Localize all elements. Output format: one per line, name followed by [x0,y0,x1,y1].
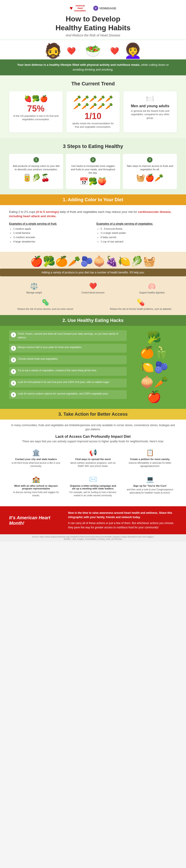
footer-right: Now is the time to raise awareness aroun… [68,511,177,530]
benefit-bp: ❤️ Control blood pressure [63,282,123,294]
action-text-3: improve affordability or advocate for be… [125,461,175,468]
benefit-chronic: 💊 Reduce the risk of chronic health prob… [100,299,181,310]
illustration-row: 🧔 ❤️ 🥗 ❤️ 👩‍🦱 [0,40,186,59]
benefit-weight: ⚖️ Manage weight [5,282,63,294]
step-text-1: Add products of varying colors to your d… [12,164,60,172]
benefit-cancer-label: Reduce the risk of some cancers, such as… [6,308,85,310]
chronic-icon: 💊 [101,299,180,306]
venngage-icon: V [93,6,98,11]
benefit-digestion-label: Support healthy digestion [124,291,180,294]
step-card-1: 1 Add products of varying colors to your… [9,154,63,189]
footer-main-text: Now is the time to raise awareness aroun… [68,511,177,520]
hack-item-6: 6 Look for low/no-sodium options for can… [9,390,127,399]
trend-cards: 🍓🥦🍎 75% of the US population is low in i… [9,91,177,132]
basket-illustration: 🍎🥦🍊🥕🫐🧅🍇🍋🥬🧺 Adding a variety of produce t… [0,252,186,278]
step-text-3: Take steps to improve access to fruits a… [126,164,174,172]
trend-title: The Current Trend [9,81,177,87]
action-icon-6: 💻 [125,475,175,483]
veg-title: Examples of a single serving of vegetabl… [97,222,177,225]
section-2-body: 1 Fresh, frozen, canned and dried all co… [0,326,186,409]
action-card-5: ✉️ Organize a letter-writing campaign an… [66,473,120,499]
action-card-3: 📋 Create a petition for more variety, im… [123,446,177,470]
action-title-6: Sign up for 'You're the Cure' [125,485,175,487]
section-3-body: In many communities, fruits and vegetabl… [0,420,186,506]
veg-item-3: 6 baby carrots [101,235,177,240]
footer-title-text: It's American Heart Month! [9,515,50,526]
trend-label-3: Men and young adults [127,104,173,108]
benefits-row-2: 🦠 Reduce the risk of some cancers, such … [0,297,186,315]
benefit-chronic-label: Reduce the risk of chronic health proble… [101,308,180,310]
page-subtitle: And Reduce the Risk of Heart Disease [9,33,177,37]
aha-heart-icon: ♥ [70,5,73,11]
hack-text-4: Try to eat a variety of vegetables, inst… [18,369,97,372]
source-text: Source: https://www.ahajournalsoline.org… [32,536,154,540]
venngage-logo: V VENNGAGE [93,6,116,11]
section-1-title: 1. Adding Color to Your Diet [63,197,123,202]
cancer-icon: 🦠 [6,299,85,306]
action-text-4: to discuss serving more fruits and veggi… [11,491,61,497]
page-title: How to DevelopHealthy Eating Habits [9,14,177,32]
fruit-examples: Examples of a single serving of fruit: 1… [9,222,89,244]
hack-num-2: 2 [11,346,16,351]
step-img-1: 🥫🥬🍒 [12,174,60,182]
hack-item-3: 3 Choose whole fruits and vegetables. [9,355,127,364]
footer: It's American Heart Month! Now is the ti… [0,506,186,534]
steps-title: 3 Steps to Eating Healthy [9,144,177,149]
header: ♥ AmericanHeartAssociation. V VENNGAGE H… [0,0,186,40]
hack-text-1: Fresh, frozen, canned and dried all coun… [18,332,125,339]
veg-item-2: ½ a large sweet potato [101,231,177,235]
aha-logo: ♥ AmericanHeartAssociation. [70,5,86,12]
character-man: 🧔 [44,42,62,59]
hack-num-6: 6 [11,392,16,397]
lack-title: Lack of Access Can Profoundly Impact Die… [9,435,177,439]
trend-card-3: 🍽️ Men and young adults in general eat t… [123,91,177,132]
action-card-1: 🏛️ Contact your city and state leaders t… [9,446,63,470]
benefit-weight-label: Manage weight [6,291,62,294]
hack-text-5: Look for fruit packed in its own fruit j… [18,380,110,384]
benefit-digestion: 🫁 Support healthy digestion [123,282,181,294]
hacks-image: 🥦🍊🫑🍋🫐🧅🥕🍎 [131,330,177,404]
benefits-intro-text: Adding a variety of produce to your diet… [0,269,186,276]
footer-note-text: It can carry all of these actions or jus… [68,521,177,530]
action-text-6: and then send a note to your Congressper… [125,488,175,494]
benefit-cancer: 🦠 Reduce the risk of some cancers, such … [5,299,86,310]
action-icon-1: 🏛️ [11,449,61,457]
lack-subtitle: There are ways that you can actively sup… [9,440,177,443]
trend-icon-3: 🍽️ [127,95,173,102]
section-1-header: 1. Adding Color to Your Diet [0,194,186,205]
step-num-1: 1 [33,157,39,162]
hack-num-5: 5 [11,381,16,385]
step-card-3: 3 Take steps to improve access to fruits… [123,154,177,189]
action-title-5: Organize a letter-writing campaign and s… [69,485,117,490]
trend-section: The Current Trend 🍓🥦🍎 75% of the US popu… [0,75,186,138]
trend-number-2: 1/10 [70,112,116,120]
hack-item-1: 1 Fresh, frozen, canned and dried all co… [9,330,127,341]
banner-text: Your best defense is a healthy lifestyle… [17,63,169,71]
action-card-2: 📢 Find ways to spread the word about nut… [66,446,120,470]
action-title-4: Meet with an after-school or daycare pro… [11,485,61,490]
action-icon-3: 📋 [125,449,175,457]
section-2-title: 2. Use Healthy Eating Hacks [62,318,124,323]
character-woman: 👩‍🦱 [124,42,142,59]
source-bar: Source: https://www.ahajournalsoline.org… [0,534,186,541]
action-icon-5: ✉️ [69,475,117,483]
steps-section: 3 Steps to Eating Healthy 1 Add products… [0,138,186,194]
section-3-header: 3. Take Action for Better Access [0,409,186,420]
trend-desc-2: adults meets the recommendation for frui… [70,122,116,129]
step-num-2: 2 [90,157,96,162]
digestion-icon: 🫁 [124,282,180,290]
examples-row: Examples of a single serving of fruit: 1… [9,222,177,244]
footer-title: It's American Heart Month! [9,515,63,526]
section-3: 3. Take Action for Better Access In many… [0,409,186,506]
fruit-item-3: ½ medium avocado [13,235,89,240]
fruit-item-2: 1 small banana [13,231,89,235]
trend-icon-1: 🍓🥦🍎 [13,95,59,102]
heart-bp-icon: ❤️ [65,282,122,290]
heart-bubble-right: ❤️ [110,46,119,55]
hack-text-6: Look for low/no-sodium options for canne… [18,392,109,395]
action-text-1: to let them know what food access is lik… [11,461,61,468]
step-card-2: 2 Use hacks to incorporate more veggies … [66,154,120,189]
step-num-3: 3 [147,157,153,162]
veg-list: 5 - 8 broccoli florets ½ a large sweet p… [97,227,177,244]
hacks-food-icons: 🥦🍊🫑🍋🫐🧅🥕🍎 [140,330,168,404]
